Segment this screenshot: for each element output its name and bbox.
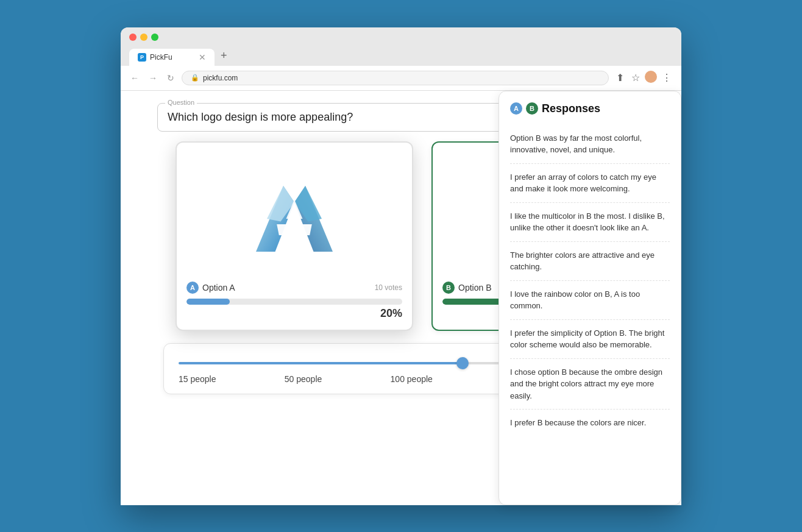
- address-bar[interactable]: 🔒 pickfu.com: [182, 71, 609, 85]
- back-button[interactable]: ←: [128, 72, 141, 84]
- response-item-7: I prefer B because the colors are nicer.: [510, 410, 670, 436]
- option-a-progress-bg: [186, 299, 402, 305]
- responses-panel: A B Responses Option B was by far the mo…: [499, 91, 681, 505]
- profile-avatar[interactable]: [645, 71, 657, 83]
- slider-label-100: 100 people: [391, 374, 433, 384]
- response-item-0: Option B was by far the most colorful, i…: [510, 125, 670, 164]
- response-item-5: I prefer the simplicity of Option B. The…: [510, 320, 670, 359]
- option-b-badge: B: [442, 282, 455, 294]
- response-item-4: I love the rainbow color on B, A is too …: [510, 281, 670, 320]
- reload-button[interactable]: ↻: [165, 72, 177, 84]
- forward-button[interactable]: →: [146, 72, 160, 84]
- option-b-label: B Option B: [442, 282, 491, 294]
- browser-tabs-row: P PickFu ✕ +: [129, 46, 673, 66]
- browser-controls: [129, 34, 673, 41]
- response-item-1: I prefer an array of colors to catch my …: [510, 164, 670, 203]
- question-label: Question: [165, 99, 197, 106]
- url-text: pickfu.com: [203, 74, 238, 82]
- minimize-window-button[interactable]: [140, 34, 147, 41]
- share-icon[interactable]: ⬆: [614, 71, 626, 85]
- maximize-window-button[interactable]: [151, 34, 158, 41]
- response-item-3: The brighter colors are attractive and e…: [510, 242, 670, 281]
- menu-icon[interactable]: ⋮: [659, 71, 674, 85]
- close-window-button[interactable]: [129, 34, 137, 41]
- bookmark-icon[interactable]: ☆: [629, 71, 642, 85]
- nav-actions: ⬆ ☆ ⋮: [614, 71, 674, 85]
- browser-titlebar: P PickFu ✕ +: [121, 27, 681, 66]
- tab-close-button[interactable]: ✕: [199, 52, 206, 62]
- tab-favicon: P: [138, 53, 146, 62]
- option-a-progress-fill: [186, 299, 230, 305]
- option-a-card: A Option A 10 votes 20%: [176, 141, 413, 331]
- new-tab-button[interactable]: +: [215, 46, 233, 66]
- responses-header: A B Responses: [510, 102, 670, 115]
- lock-icon: 🔒: [191, 74, 199, 82]
- responses-badge-b: B: [526, 102, 538, 115]
- option-a-votes: 10 votes: [375, 283, 402, 292]
- option-a-percent: 20%: [186, 307, 402, 320]
- response-item-6: I chose option B because the ombre desig…: [510, 359, 670, 410]
- browser-nav: ← → ↻ 🔒 pickfu.com ⬆ ☆ ⋮: [121, 66, 681, 91]
- option-a-badge: A: [186, 282, 199, 294]
- slider-label-15: 15 people: [179, 374, 216, 384]
- responses-badge-a: A: [510, 102, 522, 115]
- browser-tab[interactable]: P PickFu ✕: [129, 49, 215, 66]
- slider-label-50: 50 people: [285, 374, 322, 384]
- logo-a-image: [240, 158, 349, 268]
- response-item-2: I like the multicolor in B the most. I d…: [510, 203, 670, 242]
- responses-title: Responses: [542, 102, 600, 115]
- option-a-footer: A Option A 10 votes: [186, 282, 402, 294]
- option-a-label: A Option A: [186, 282, 235, 294]
- tab-title: PickFu: [150, 53, 172, 62]
- browser-window: P PickFu ✕ + ← → ↻ 🔒 pickfu.com ⬆ ☆ ⋮: [121, 27, 681, 505]
- browser-content: Question: [121, 91, 681, 505]
- option-a-logo: [186, 152, 402, 274]
